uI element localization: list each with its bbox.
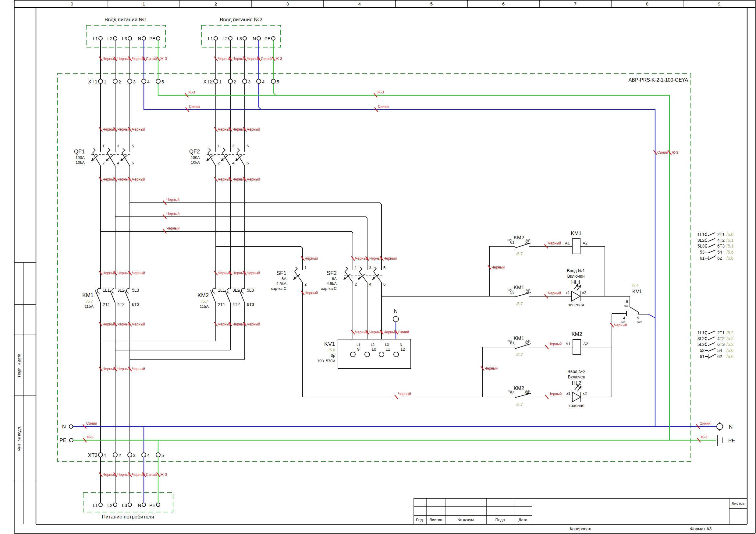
label-ruler-zones-2: 2 xyxy=(215,1,217,6)
symbol-stroke xyxy=(345,267,348,271)
label-wire-yg: Ж-З xyxy=(87,435,93,439)
symbol-stroke xyxy=(359,271,367,283)
label-wire-black: Черный xyxy=(548,241,561,245)
terminal-circle xyxy=(156,79,160,84)
symbol-stroke xyxy=(705,239,707,242)
label-crossref-km1_rows-0-ref: /5.0 xyxy=(726,232,734,237)
label-km_main-bottom-0: 2T1 xyxy=(103,302,110,307)
label-km2-ref: /5.7 xyxy=(202,299,208,304)
label-crossref-km2_rows-2-l: 5L3 xyxy=(697,342,705,347)
terminal-circle xyxy=(128,453,132,457)
label-poles-bottom-2: 6 xyxy=(383,282,386,287)
terminal-circle xyxy=(350,352,355,357)
terminal-circle xyxy=(256,79,261,84)
label-kv1-terms-2-num: 11 xyxy=(386,347,390,352)
margin-strip-lines xyxy=(14,263,36,524)
label-wire-black: Черный xyxy=(247,271,260,275)
label-ruler-zones-4: 4 xyxy=(358,1,361,6)
terminal-circle xyxy=(156,453,160,457)
label-inputs-terminals-2: L3 xyxy=(122,36,127,41)
symbol-stroke xyxy=(112,288,114,293)
label-control-c2-int_a: 61 xyxy=(510,341,514,345)
label-inputs-consumer_title: Питание потребителя xyxy=(102,514,154,520)
label-wire-yg: Ж-З xyxy=(672,150,678,155)
label-crossref-km2_rows-1-l: 3L2 xyxy=(697,336,705,341)
label-inputs-terminals-1: L2 xyxy=(107,36,112,41)
label-control-c2-aux_a: 53 xyxy=(510,391,514,395)
label-poles-top-1: 3 xyxy=(369,266,371,270)
label-control-c1-lamp_name: HL1 xyxy=(571,279,580,285)
label-crossref-km1_rows-3-l: 53 xyxy=(700,250,705,255)
label-crossref-km2_rows-4-ref: /5.6 xyxy=(726,354,734,359)
label-poles-bottom-2: 6 xyxy=(247,161,249,165)
label-poles-top-0: 1 xyxy=(218,144,220,148)
label-qf1-icu: 10kA xyxy=(76,160,85,165)
label-control-c1-a1: A1 xyxy=(565,241,570,245)
label-wire-black: Черный xyxy=(132,367,145,371)
label-bus-n: N xyxy=(62,424,66,430)
label-control-kv-no_num: 6 xyxy=(626,299,628,304)
terminal-circle xyxy=(243,79,247,84)
label-poles-bottom-2: 6 xyxy=(132,161,134,165)
terminal-circle xyxy=(379,352,384,357)
hl1-led-arrow xyxy=(577,285,581,291)
label-poles-bottom-0: 2 xyxy=(355,282,357,287)
km2-coil xyxy=(573,340,581,355)
label-poles-bottom-1: 4 xyxy=(369,282,371,287)
label-km_main-top-2: 5L3 xyxy=(247,288,254,292)
terminal-circle xyxy=(228,79,232,84)
terminal-circle xyxy=(142,79,146,84)
label-control-c2-lamp_l2: Включен xyxy=(568,374,585,379)
symbol-stroke xyxy=(374,271,382,283)
terminal-circle xyxy=(156,503,160,507)
consumer-box xyxy=(83,493,173,512)
label-sf1-curve: хар-ка C xyxy=(271,286,286,291)
label-inputs-terminals-2: L3 xyxy=(237,36,242,41)
panel-box xyxy=(58,74,691,462)
label-kv1-range: 190..570V xyxy=(317,359,336,363)
label-crossref-km2_rows-3-r: 54 xyxy=(717,348,722,353)
label-blocks-numbers-4: 5 xyxy=(277,80,279,84)
label-control-c1-x2: x2 xyxy=(582,291,586,295)
label-poles-bottom-0: 2 xyxy=(102,161,104,165)
dashed-boxes xyxy=(58,25,691,512)
terminal-circle xyxy=(214,79,218,84)
label-crossref-km2_rows-1-ref: /5.2 xyxy=(726,336,734,341)
label-crossref-km2_rows-1-r: 4T2 xyxy=(717,336,725,341)
label-inputs-terminals-0: L1 xyxy=(208,36,213,41)
symbol-stroke xyxy=(705,343,707,346)
label-crossref-km1_rows-1-r: 4T2 xyxy=(717,238,725,242)
wires xyxy=(73,40,723,503)
label-blocks-numbers-0: 1 xyxy=(219,80,222,84)
symbol-stroke xyxy=(705,233,707,236)
label-km1-name: KM1 xyxy=(82,292,94,298)
label-inputs-terminals-1: L2 xyxy=(107,503,112,508)
label-kv1-name: KV1 xyxy=(324,341,335,347)
hl1-lamp xyxy=(572,284,581,301)
label-crossref-km2_rows-2-ref: /5.2 xyxy=(726,342,734,347)
label-blocks-numbers-1: 2 xyxy=(234,80,236,84)
label-crossref-km1_rows-4-r: 62 xyxy=(717,256,722,261)
label-km_main-top-1: 3L2 xyxy=(117,288,125,292)
label-control-kv-ref: /5.4 xyxy=(632,283,639,287)
label-km_main-bottom-1: 4T2 xyxy=(117,302,125,307)
label-wire-black: Черный xyxy=(305,291,318,295)
label-crossref-km2_rows-0-l: 1L1 xyxy=(697,330,705,335)
symbol-stroke xyxy=(345,271,353,283)
hl2-lamp xyxy=(572,385,581,402)
label-kv1-terms-1-num: 10 xyxy=(371,347,376,352)
ats-wiring-diagram: 0123456789Подп. и датаИнв. № подл.Ред.Ли… xyxy=(0,0,756,534)
label-qf1-current: 100A xyxy=(76,155,85,160)
label-inputs-terminals-3: N xyxy=(138,503,141,508)
label-poles-bottom-0: 2 xyxy=(218,161,220,165)
label-kv1-terms-0-line: L1 xyxy=(357,343,360,346)
label-sf1-icu: 4.5kA xyxy=(276,281,287,286)
label-wire-black: Черный xyxy=(132,271,145,275)
label-titleblock-listy: Листов xyxy=(429,518,442,522)
terminal-circle xyxy=(717,423,723,430)
label-ruler-zones-8: 8 xyxy=(646,1,648,6)
label-blocks-numbers-2: 3 xyxy=(133,453,136,458)
label-km_main-top-2: 5L3 xyxy=(132,288,139,292)
label-titleblock-date: Дата xyxy=(519,518,528,522)
label-wire-black: Черный xyxy=(492,265,505,269)
